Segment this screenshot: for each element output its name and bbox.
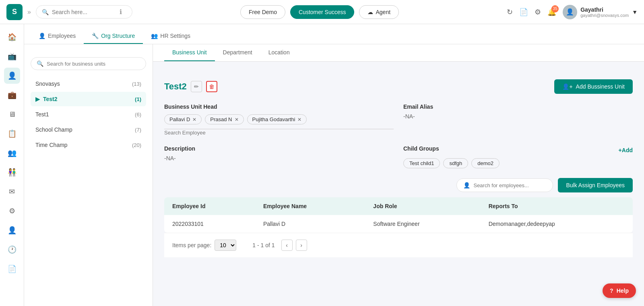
sidebar-item-team[interactable]: 👫	[4, 164, 20, 180]
agent-button[interactable]: ☁ Agent	[359, 5, 399, 19]
search-input[interactable]	[52, 9, 116, 15]
user-dropdown-icon[interactable]: ▼	[632, 9, 638, 15]
items-per-page: Items per page: 10 25 50	[172, 240, 236, 251]
info-icon: ℹ	[120, 8, 122, 16]
sidebar-item-group[interactable]: 👥	[4, 145, 20, 161]
sidebar-item-briefcase[interactable]: 💼	[4, 87, 20, 103]
content-area: Business Unit Department Location Test2 …	[153, 44, 644, 306]
free-demo-button[interactable]: Free Demo	[240, 5, 285, 19]
sub-tab-business-unit[interactable]: Business Unit	[164, 44, 215, 61]
cell-employee-name: Pallavi D	[255, 215, 365, 233]
sidebar-item-clipboard[interactable]: 📋	[4, 126, 20, 142]
emp-search-field[interactable]	[473, 182, 541, 188]
edit-button[interactable]: ✏	[191, 81, 202, 92]
user-info[interactable]: 👤 Gayathri gayathri@snovasys.com ▼	[563, 5, 638, 19]
sidebar-item-clock[interactable]: 🕐	[4, 242, 20, 258]
child-group-header: Child Groups +Add	[403, 145, 633, 155]
remove-pallavi-icon[interactable]: ✕	[192, 117, 196, 122]
tab-hr-settings[interactable]: 👥 HR Settings	[143, 29, 198, 44]
nav-expand-icon[interactable]: »	[27, 8, 31, 16]
business-count-test1: (6)	[135, 112, 141, 118]
emp-search-row: 👤 Bulk Assign Employees	[164, 178, 633, 192]
business-name-test2: Test2	[43, 96, 58, 102]
child-tag-1: sdfgh	[443, 158, 468, 168]
items-per-page-select[interactable]: 10 25 50	[215, 240, 236, 251]
sidebar-item-monitor[interactable]: 🖥	[4, 106, 20, 122]
add-child-group-link[interactable]: +Add	[619, 147, 633, 153]
business-item-test1[interactable]: Test1 (6)	[31, 107, 146, 122]
col-employee-id: Employee Id	[164, 197, 255, 215]
business-item-time-champ[interactable]: Time Champ (20)	[31, 138, 146, 152]
bu-head-tags: Pallavi D ✕ Prasad N ✕ Pujitha Godavarth…	[164, 113, 394, 129]
child-tag-0: Test child1	[403, 158, 440, 168]
email-alias-label: Email Alias	[403, 103, 633, 110]
search-business-units[interactable]: 🔍	[31, 57, 146, 70]
col-employee-name: Employee Name	[255, 197, 365, 215]
second-sidebar-inner: 🔍 Snovasys (13) ▶ Test2 (1) Test1 (	[24, 51, 153, 159]
child-groups-label: Child Groups	[403, 145, 439, 152]
business-item-snovasys[interactable]: Snovasys (13)	[31, 76, 146, 91]
description-section: Description -NA-	[164, 145, 394, 168]
sidebar-item-user[interactable]: 👤	[4, 222, 20, 238]
tab-org-structure[interactable]: 🔧 Org Structure	[84, 29, 143, 44]
sub-tab-department[interactable]: Department	[215, 44, 260, 61]
bu-title: Test2	[164, 81, 187, 92]
search-icon: 🔍	[42, 9, 49, 15]
bulk-assign-button[interactable]: Bulk Assign Employees	[558, 178, 633, 192]
head-tag-pallavi: Pallavi D ✕	[164, 114, 202, 124]
next-page-button[interactable]: ›	[296, 240, 307, 251]
top-nav: S » 🔍 ℹ Free Demo Customer Success ☁ Age…	[0, 0, 644, 24]
emp-search-icon: 👤	[463, 182, 470, 188]
sidebar-item-settings[interactable]: ⚙	[4, 203, 20, 219]
employees-icon: 👤	[39, 33, 45, 39]
notification-icon[interactable]: 🔔 35	[547, 8, 556, 17]
user-name: Gayathri	[580, 6, 629, 13]
sidebar-item-doc[interactable]: 📄	[4, 261, 20, 277]
business-name-time-champ: Time Champ	[35, 142, 68, 148]
bu-header: Test2 ✏ 🗑 👤+ Add Bussiness Unit	[164, 79, 633, 94]
table-header-row: Employee Id Employee Name Job Role Repor…	[164, 197, 633, 215]
user-text: Gayathri gayathri@snovasys.com	[580, 6, 629, 18]
child-tag-2: demo2	[471, 158, 500, 168]
page-info: 1 - 1 of 1	[252, 242, 275, 248]
help-icon: ?	[610, 287, 613, 294]
sidebar-item-mail[interactable]: ✉	[4, 184, 20, 200]
email-alias-section: Email Alias -NA-	[403, 103, 633, 136]
add-business-unit-button[interactable]: 👤+ Add Bussiness Unit	[554, 79, 633, 94]
col-reports-to: Reports To	[481, 197, 633, 215]
hr-settings-icon: 👥	[151, 33, 158, 39]
page-tabs: 👤 Employees 🔧 Org Structure 👥 HR Setting…	[24, 24, 644, 44]
table-row: 2022033101 Pallavi D Software Engineer D…	[164, 215, 633, 233]
cell-employee-id: 2022033101	[164, 215, 255, 233]
description-label: Description	[164, 145, 394, 152]
document-icon[interactable]: 📄	[519, 8, 528, 17]
sub-tab-location[interactable]: Location	[260, 44, 298, 61]
remove-prasad-icon[interactable]: ✕	[235, 117, 239, 122]
refresh-icon[interactable]: ↻	[507, 8, 513, 17]
employee-table: Employee Id Employee Name Job Role Repor…	[164, 197, 633, 233]
remove-pujitha-icon[interactable]: ✕	[297, 117, 301, 122]
business-list: Snovasys (13) ▶ Test2 (1) Test1 (6) Scho…	[31, 76, 146, 152]
sidebar-item-tv[interactable]: 📺	[4, 48, 20, 64]
customer-success-button[interactable]: Customer Success	[290, 5, 354, 19]
help-button[interactable]: ? Help	[603, 283, 636, 298]
tab-employees[interactable]: 👤 Employees	[31, 29, 84, 44]
search-employee-input[interactable]	[164, 130, 232, 136]
search-business-input[interactable]	[47, 61, 140, 67]
business-count-time-champ: (20)	[132, 142, 141, 148]
description-value: -NA-	[164, 155, 394, 161]
global-search[interactable]: 🔍 ℹ	[36, 5, 132, 19]
pagination-row: Items per page: 10 25 50 1 - 1 of 1 ‹ ›	[164, 233, 633, 257]
delete-button[interactable]: 🗑	[206, 81, 217, 92]
email-alias-value: -NA-	[403, 113, 633, 120]
org-structure-icon: 🔧	[92, 33, 99, 39]
form-grid: Business Unit Head Pallavi D ✕ Prasad N …	[164, 103, 633, 168]
sidebar-item-people[interactable]: 👤	[4, 68, 20, 84]
business-item-school-champ[interactable]: School Champ (7)	[31, 122, 146, 137]
prev-page-button[interactable]: ‹	[281, 240, 293, 251]
settings-icon[interactable]: ⚙	[535, 8, 541, 17]
business-item-test2[interactable]: ▶ Test2 (1)	[31, 92, 146, 106]
business-name-school-champ: School Champ	[35, 126, 72, 133]
sidebar-item-home[interactable]: 🏠	[4, 29, 20, 45]
emp-search-input-wrapper[interactable]: 👤	[456, 178, 553, 192]
